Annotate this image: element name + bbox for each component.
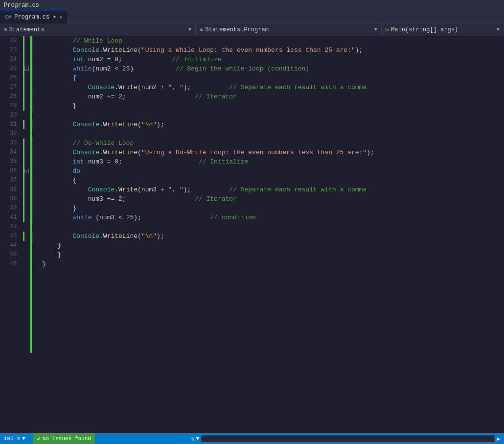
indent-guide	[32, 64, 33, 73]
collapse-button[interactable]: −	[24, 67, 29, 71]
nav-class-icon: ◈	[200, 26, 203, 33]
line-number: 39	[0, 194, 23, 204]
gutter	[23, 46, 30, 55]
line-number: 35	[0, 157, 23, 166]
nav-bar: ⚙ Statements ▼ ◈ Statements.Program ▼ ▷ …	[0, 23, 504, 36]
code-content[interactable]: int num3 = 0; // Initialize	[40, 157, 504, 166]
indent-guide	[32, 36, 33, 46]
indent-guide	[32, 213, 33, 222]
indent-guides	[32, 120, 40, 129]
code-row: 25 − while(num2 < 25) // Begin the while…	[0, 64, 504, 73]
gutter	[23, 92, 30, 101]
collapse-button[interactable]: −	[24, 169, 29, 173]
code-row: 31 Console.WriteLine("\n");	[0, 120, 504, 129]
indent-guides	[32, 176, 40, 185]
code-content[interactable]: Console.Write(num2 + ", "); // Separate …	[40, 83, 504, 92]
code-content[interactable]: }	[40, 250, 504, 259]
code-content[interactable]	[40, 129, 504, 139]
indent-guides	[32, 204, 40, 213]
code-content[interactable]: // While Loop	[40, 36, 504, 46]
code-content[interactable]: Console.WriteLine("\n");	[40, 232, 504, 241]
indent-guides	[32, 232, 40, 241]
code-content[interactable]: Console.WriteLine("\n");	[40, 120, 504, 129]
nav-arrows-dropdown[interactable]: ▼	[196, 436, 200, 442]
code-content[interactable]: int num2 = 0; // Initialize	[40, 55, 504, 64]
indent-guides	[32, 213, 40, 222]
code-content[interactable]: num3 += 2; // Iterator	[40, 194, 504, 204]
indent-guides	[32, 185, 40, 194]
indent-guides	[32, 148, 40, 157]
indent-guides	[32, 222, 40, 232]
code-row: 34 Console.WriteLine("Using a Do-While L…	[0, 148, 504, 157]
code-content[interactable]: }	[40, 204, 504, 213]
indent-guide	[32, 176, 33, 185]
nav-dropdown-main[interactable]: ▷ Main(string[] args) ▼	[382, 23, 504, 36]
code-content[interactable]: do	[40, 166, 504, 176]
tab-program-cs[interactable]: C# Program.cs • ✕	[0, 11, 68, 23]
indent-guide	[32, 204, 33, 213]
code-content[interactable]: }	[40, 259, 504, 269]
zoom-arrow: ▼	[22, 436, 25, 442]
code-content[interactable]: {	[40, 176, 504, 185]
code-row: 39 num3 += 2; // Iterator	[0, 194, 504, 204]
gutter	[23, 232, 30, 241]
indent-guides	[32, 139, 40, 148]
code-content[interactable]: Console.WriteLine("Using a Do-While Loop…	[40, 148, 504, 157]
code-content[interactable]: // Do-While Loop	[40, 139, 504, 148]
indent-guides	[32, 101, 40, 111]
line-number: 43	[0, 232, 23, 241]
gutter	[23, 55, 30, 64]
nav-main-label: Main(string[] args)	[391, 26, 458, 33]
code-content[interactable]	[40, 222, 504, 232]
nav-dropdown-statements[interactable]: ⚙ Statements ▼	[0, 23, 196, 36]
gutter: −	[23, 64, 30, 73]
code-row: 28 num2 += 2; // Iterator	[0, 92, 504, 101]
status-issues-area: ✔ No issues found	[33, 433, 95, 444]
nav-arrows-icon[interactable]: ⇅	[191, 436, 194, 442]
indent-guides	[32, 157, 40, 166]
code-content[interactable]: Console.Write(num3 + ", "); // Separate …	[40, 185, 504, 194]
nav-dropdown-program[interactable]: ◈ Statements.Program ▼	[196, 23, 382, 36]
code-area: 22 // While Loop 23 Console.WriteLine("U…	[0, 36, 504, 433]
gutter: −	[23, 166, 30, 176]
tab-icon: C#	[5, 14, 11, 20]
code-row: 42	[0, 222, 504, 232]
code-content[interactable]: num2 += 2; // Iterator	[40, 92, 504, 101]
indent-guide	[32, 139, 33, 148]
code-content[interactable]: {	[40, 73, 504, 83]
code-content[interactable]: while (num3 < 25); // condition	[40, 213, 504, 222]
tab-close-icon[interactable]: ✕	[60, 14, 63, 20]
indent-guides	[32, 250, 40, 259]
line-number: 29	[0, 101, 23, 111]
gutter	[23, 148, 30, 157]
gutter	[23, 36, 30, 46]
horizontal-scrollbar[interactable]	[201, 435, 495, 442]
code-row: 32	[0, 129, 504, 139]
code-row: 41 while (num3 < 25); // condition	[0, 213, 504, 222]
code-content[interactable]: }	[40, 241, 504, 250]
gutter	[23, 73, 30, 83]
code-scroll[interactable]: 22 // While Loop 23 Console.WriteLine("U…	[0, 36, 504, 433]
nav-arrow-2: ▼	[374, 27, 377, 32]
nav-statements-label: Statements	[9, 26, 45, 33]
line-number: 32	[0, 129, 23, 139]
code-row: 26 {	[0, 73, 504, 83]
line-number: 34	[0, 148, 23, 157]
code-row: 40 }	[0, 204, 504, 213]
line-number: 26	[0, 73, 23, 83]
indent-guides	[32, 129, 40, 139]
nav-gear-icon: ⚙	[4, 26, 7, 33]
line-number: 30	[0, 111, 23, 120]
code-content[interactable]: }	[40, 101, 504, 111]
check-icon: ✔	[37, 435, 41, 443]
scroll-right-arrow[interactable]: ▶	[497, 436, 500, 442]
code-content[interactable]	[40, 111, 504, 120]
code-row: 46 }	[0, 259, 504, 269]
gutter	[23, 157, 30, 166]
gutter	[23, 222, 30, 232]
status-zoom-area[interactable]: 100 % ▼	[4, 436, 25, 442]
code-content[interactable]: while(num2 < 25) // Begin the while-loop…	[40, 64, 504, 73]
gutter	[23, 185, 30, 194]
code-content[interactable]: Console.WriteLine("Using a While Loop: t…	[40, 46, 504, 55]
line-number: 27	[0, 83, 23, 92]
